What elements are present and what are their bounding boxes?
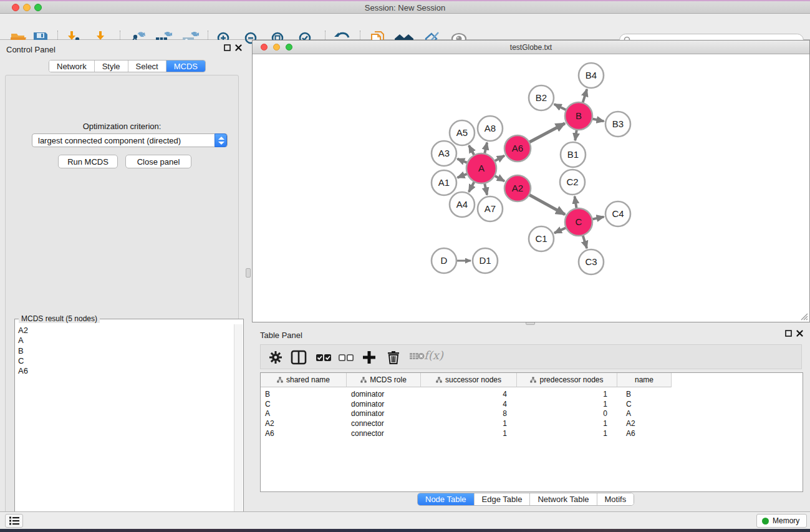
network-window-titlebar: testGlobe.txt <box>253 41 809 54</box>
table-row[interactable]: Bdominator41B <box>261 389 803 399</box>
svg-text:C1: C1 <box>535 233 547 244</box>
graph-node-A8[interactable]: A8 <box>478 116 503 141</box>
graph-node-A[interactable]: A <box>466 153 496 183</box>
tab-network-table[interactable]: Network Table <box>529 493 596 505</box>
main-toolbar <box>0 14 810 40</box>
add-row-icon[interactable] <box>362 350 377 365</box>
memory-button[interactable]: Memory <box>756 514 807 528</box>
graph-node-C4[interactable]: C4 <box>605 201 630 226</box>
column-header-predecessor-nodes[interactable]: predecessor nodes <box>517 373 617 387</box>
graph-node-D1[interactable]: D1 <box>473 248 498 273</box>
tab-motifs[interactable]: Motifs <box>597 493 634 505</box>
tab-node-table[interactable]: Node Table <box>418 493 474 505</box>
graph-node-C1[interactable]: C1 <box>529 226 554 251</box>
table-cell: B <box>261 390 347 399</box>
mcds-result-item[interactable]: A <box>18 336 231 346</box>
svg-text:A6: A6 <box>512 143 523 153</box>
close-panel-button[interactable]: Close panel <box>125 155 191 168</box>
column-header-shared-name[interactable]: shared name <box>261 373 347 387</box>
svg-text:A1: A1 <box>438 177 450 188</box>
delete-table-icon[interactable] <box>409 350 425 362</box>
column-type-icon <box>436 377 442 383</box>
graph-node-B[interactable]: B <box>565 102 592 130</box>
column-type-icon <box>530 377 536 383</box>
svg-text:B: B <box>576 110 582 121</box>
mcds-result-item[interactable]: C <box>18 356 231 366</box>
run-mcds-button[interactable]: Run MCDS <box>58 155 118 168</box>
graph-node-A7[interactable]: A7 <box>478 196 503 221</box>
table-cell: A <box>617 409 672 418</box>
table-cell: 1 <box>517 390 617 399</box>
table-row[interactable]: Cdominator41C <box>261 399 803 409</box>
graph-node-A5[interactable]: A5 <box>450 120 475 145</box>
mcds-result-item[interactable]: A6 <box>18 366 231 376</box>
column-header-name[interactable]: name <box>617 373 672 387</box>
mcds-result-list[interactable]: A2ABCA6 <box>16 324 234 532</box>
graph-node-A3[interactable]: A3 <box>432 141 456 166</box>
node-table[interactable]: shared nameMCDS rolesuccessor nodesprede… <box>260 372 803 492</box>
task-history-button[interactable] <box>5 514 23 528</box>
table-cell: 4 <box>421 400 517 409</box>
graph-node-A6[interactable]: A6 <box>504 135 531 162</box>
table-cell: C <box>261 400 347 409</box>
graph-node-C3[interactable]: C3 <box>579 249 604 274</box>
graph-node-C[interactable]: C <box>565 208 592 236</box>
tab-select[interactable]: Select <box>128 60 166 72</box>
graph-node-B1[interactable]: B1 <box>561 142 586 167</box>
svg-text:A: A <box>478 163 485 173</box>
tab-style[interactable]: Style <box>94 60 128 72</box>
titlebar: Session: New Session <box>0 1 810 14</box>
criterion-value: largest connected component (directed) <box>38 136 181 145</box>
column-header-MCDS-role[interactable]: MCDS role <box>347 373 421 387</box>
show-columns-icon[interactable] <box>291 350 307 365</box>
graph-node-B4[interactable]: B4 <box>579 63 604 88</box>
vertical-splitter-handle[interactable] <box>246 268 251 278</box>
table-cell: 8 <box>421 409 517 418</box>
table-row[interactable]: Adominator80A <box>261 409 803 419</box>
function-builder-icon[interactable]: f(x) <box>424 349 443 362</box>
mcds-result-title: MCDS result (5 nodes) <box>19 314 100 323</box>
svg-text:B3: B3 <box>612 118 624 129</box>
select-all-icon[interactable] <box>316 350 332 365</box>
settings-gear-icon[interactable] <box>268 350 283 365</box>
mcds-result-item[interactable]: B <box>18 346 231 356</box>
float-panel-icon[interactable] <box>224 44 231 51</box>
table-row[interactable]: A6connector11A6 <box>261 428 803 438</box>
svg-text:A5: A5 <box>456 127 468 138</box>
close-panel-icon[interactable] <box>796 330 803 337</box>
graph-node-D[interactable]: D <box>432 248 456 273</box>
delete-row-icon[interactable] <box>387 350 400 365</box>
dropdown-stepper-icon[interactable] <box>215 133 227 147</box>
table-cell: C <box>617 400 672 409</box>
svg-text:B2: B2 <box>536 92 547 103</box>
graph-node-B3[interactable]: B3 <box>605 112 630 137</box>
tab-edge-table[interactable]: Edge Table <box>474 493 530 505</box>
table-cell: A6 <box>261 429 347 438</box>
deselect-all-icon[interactable] <box>338 350 354 365</box>
graph-node-C2[interactable]: C2 <box>560 170 585 195</box>
criterion-dropdown[interactable]: largest connected component (directed) <box>32 133 228 147</box>
graph-node-B2[interactable]: B2 <box>529 85 554 110</box>
tab-network[interactable]: Network <box>49 60 94 72</box>
vertical-scrollbar[interactable] <box>234 324 243 532</box>
mcds-result-item[interactable]: A2 <box>18 326 231 336</box>
table-header-row: shared nameMCDS rolesuccessor nodesprede… <box>261 373 672 387</box>
svg-text:A8: A8 <box>485 123 496 133</box>
mcds-result-group: MCDS result (5 nodes) A2ABCA6 <box>14 319 244 532</box>
float-panel-icon[interactable] <box>785 330 792 337</box>
close-panel-icon[interactable] <box>235 44 242 51</box>
resize-grip-icon[interactable] <box>799 312 808 321</box>
network-graph-canvas[interactable]: AA1A2A3A4A5A6A7A8BB1B2B3B4CC1C2C3C4DD1 <box>253 55 809 322</box>
graph-node-A1[interactable]: A1 <box>432 170 456 195</box>
svg-text:A3: A3 <box>438 148 450 158</box>
graph-node-A4[interactable]: A4 <box>450 192 475 217</box>
graph-node-A2[interactable]: A2 <box>504 175 531 201</box>
table-cell: dominator <box>347 390 421 399</box>
table-row[interactable]: A2connector11A2 <box>261 418 803 428</box>
column-header-successor-nodes[interactable]: successor nodes <box>421 373 517 387</box>
tab-mcds[interactable]: MCDS <box>166 60 205 72</box>
svg-text:B1: B1 <box>567 149 579 160</box>
table-cell: dominator <box>347 409 421 418</box>
table-body: Bdominator41BCdominator41CAdominator80AA… <box>261 389 803 438</box>
svg-text:A7: A7 <box>485 203 496 214</box>
